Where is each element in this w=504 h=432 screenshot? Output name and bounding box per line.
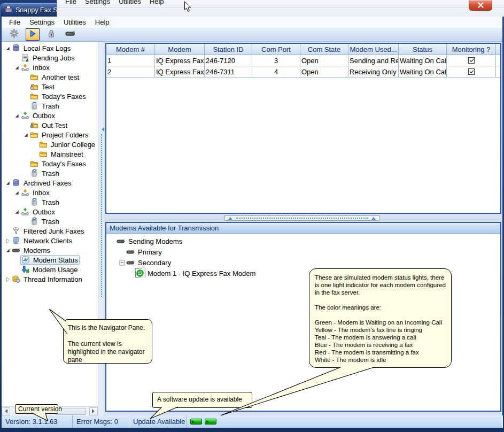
tree-item-archived-faxes[interactable]: Archived Faxes (2, 178, 98, 188)
tree-item-secondary[interactable]: Secondary (106, 257, 500, 268)
tree-item-local-fax-logs[interactable]: Local Fax Logs (2, 43, 98, 53)
expander-spacer (31, 151, 38, 157)
tree-item-label: Out Test (41, 121, 68, 129)
column-header-com-port[interactable]: Com Port (252, 44, 300, 55)
monitoring-checkbox[interactable] (468, 57, 475, 64)
menu-item-utilities[interactable]: Utilities (64, 18, 86, 26)
tree-item-label: Trash (41, 198, 60, 206)
tree-item-primary[interactable]: Primary (106, 246, 500, 257)
tree-item-label: Pending Jobs (32, 54, 76, 62)
menu-item-help[interactable]: Help (150, 0, 164, 5)
column-header-monitoring[interactable]: Monitoring ? (447, 44, 496, 55)
tree-item-junior-college[interactable]: Junior College (2, 140, 98, 149)
expander-collapsed-icon[interactable] (4, 276, 11, 282)
tree-item-modem-usage[interactable]: Modem Usage (2, 265, 98, 274)
menu-item-utilities[interactable]: Utilities (119, 0, 141, 5)
lock-button[interactable] (44, 28, 58, 41)
cell-status: Waiting On Call.. (399, 66, 447, 77)
panel-splitter[interactable] (224, 215, 379, 221)
modem-button[interactable] (63, 28, 77, 41)
tree-item-modems[interactable]: Modems (2, 245, 98, 255)
tree-item-label: Junior College (50, 141, 96, 149)
tree-item-thread-information[interactable]: Thread Information (2, 274, 98, 284)
menu-item-settings[interactable]: Settings (29, 18, 55, 26)
tree-item-inbox[interactable]: Inbox (2, 63, 98, 72)
menu-item-settings[interactable]: Settings (85, 0, 110, 5)
expander-expanded-icon[interactable] (4, 45, 11, 51)
tree-item-label: Secondary (137, 259, 172, 267)
column-header-status[interactable]: Status (399, 44, 447, 55)
tree-item-another-test[interactable]: Another test (2, 72, 98, 82)
tree-item-label: Modem Usage (32, 266, 79, 274)
tree-item-outbox[interactable]: Outbox (2, 207, 98, 217)
tree-item-trash[interactable]: Trash (2, 197, 98, 207)
expander-spacer (128, 270, 135, 276)
trash-icon (30, 217, 39, 226)
expander-expanded-icon[interactable] (4, 247, 11, 253)
expander-expanded-icon[interactable] (13, 209, 20, 215)
tree-item-out-test[interactable]: Out Test (2, 120, 98, 130)
folder-icon (30, 92, 39, 101)
close-button[interactable] (469, 0, 492, 11)
tree-item-filtered-junk-faxes[interactable]: Filtered Junk Faxes (2, 226, 98, 236)
expander-minus-icon[interactable] (118, 259, 126, 266)
menu-item-file[interactable]: File (9, 18, 20, 26)
tree-item-trash[interactable]: Trash (2, 168, 98, 178)
tree-item-outbox[interactable]: Outbox (2, 111, 98, 120)
expander-spacer (22, 83, 29, 90)
expander-expanded-icon[interactable] (13, 112, 20, 119)
tree-item-network-clients[interactable]: Network Clients (2, 236, 98, 245)
tree-item-trash[interactable]: Trash (2, 217, 98, 226)
table-body: 1IQ Express Fax246-71203OpenSending and … (106, 55, 500, 78)
status-update-panel[interactable]: Update Available (129, 415, 187, 428)
cell-modem: IQ Express Fax (155, 66, 205, 77)
expander-expanded-icon[interactable] (13, 64, 20, 71)
table-row[interactable]: 1IQ Express Fax246-71203OpenSending and … (106, 55, 500, 66)
splitter-arrow-icon (228, 215, 232, 220)
expander-expanded-icon[interactable] (22, 132, 29, 138)
cell-station-id: 246-7311 (205, 66, 252, 77)
tree-item-today-s-faxes[interactable]: Today's Faxes (2, 159, 98, 168)
splitter-collapse-icon[interactable] (99, 127, 104, 132)
column-header-modem[interactable]: Modem # (106, 44, 155, 55)
background-menu-bar: FileSettingsUtilitiesHelp (65, 0, 164, 5)
tree-item-inbox[interactable]: Inbox (2, 188, 98, 197)
window-title: Snappy Fax Serv (15, 6, 57, 14)
tree-item-label: Modem 1 - IQ Express Fax Modem (146, 269, 257, 277)
tree-item-modem-status[interactable]: Modem Status (2, 255, 98, 265)
tree-item-today-s-faxes[interactable]: Today's Faxes (2, 91, 98, 101)
tree-item-test[interactable]: Test (2, 82, 98, 91)
scroll-left-button[interactable] (2, 407, 10, 415)
monitoring-checkbox[interactable] (468, 68, 475, 75)
tree-item-label: Mainstreet (50, 150, 84, 158)
scroll-right-button[interactable] (89, 407, 98, 415)
trash-icon (30, 198, 39, 206)
outbox-icon (21, 207, 30, 216)
settings-button[interactable] (7, 28, 21, 41)
tree-item-mainstreet[interactable]: Mainstreet (2, 149, 98, 159)
gear-icon (9, 28, 19, 41)
column-header-com-state[interactable]: Com State (300, 44, 348, 55)
cell-com-state: Open (300, 66, 348, 77)
expander-collapsed-icon[interactable] (4, 237, 11, 244)
expander-expanded-icon[interactable] (4, 180, 11, 186)
cell-com-port: 4 (252, 66, 300, 77)
cell-monitoring (447, 55, 496, 66)
tree-item-trash[interactable]: Trash (2, 101, 98, 111)
start-server-button[interactable] (26, 28, 40, 41)
tree-item-label: Today's Faxes (41, 92, 87, 101)
expander-expanded-icon[interactable] (13, 189, 20, 196)
column-header-modem-used[interactable]: Modem Used... (348, 44, 399, 55)
column-header-modem[interactable]: Modem (155, 44, 205, 55)
column-header-station-id[interactable]: Station ID (205, 44, 252, 55)
tree-item-label: Inbox (32, 189, 51, 197)
pending-jobs-icon (21, 53, 30, 62)
expander-spacer (108, 238, 116, 244)
table-row[interactable]: 2IQ Express Fax246-73114OpenReceiving On… (106, 66, 500, 78)
title-bar[interactable]: Snappy Fax Serv (0, 3, 57, 17)
tree-item-sending-modems[interactable]: Sending Modems (106, 236, 500, 246)
menu-item-file[interactable]: File (65, 0, 76, 5)
tree-item-project-folders[interactable]: Project Folders (2, 130, 98, 140)
menu-item-help[interactable]: Help (95, 18, 110, 26)
tree-item-pending-jobs[interactable]: Pending Jobs (2, 53, 98, 63)
